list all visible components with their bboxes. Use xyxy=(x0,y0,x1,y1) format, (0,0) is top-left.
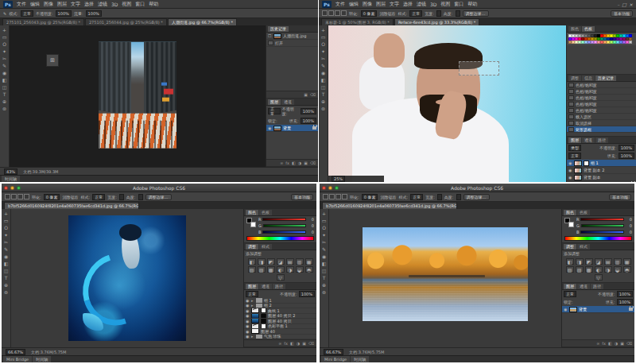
menu-view[interactable]: 视图 xyxy=(440,1,450,8)
maximize-button[interactable]: □ xyxy=(622,2,626,7)
move-tool-icon[interactable]: + xyxy=(320,27,328,33)
canvas-area[interactable]: ⊞ xyxy=(10,25,266,167)
opacity-input[interactable]: 100% xyxy=(619,145,634,151)
menu-type[interactable]: 文字 xyxy=(390,1,399,8)
history-snapshot[interactable]: ☐ 人潮街道.jpg xyxy=(266,33,318,40)
menu-edit[interactable]: 编辑 xyxy=(30,1,40,8)
feather-input[interactable]: 0 像素 xyxy=(361,10,378,17)
adjustment-icon[interactable]: ▦ xyxy=(623,258,631,265)
visibility-eye-icon[interactable]: ◉ xyxy=(246,298,250,303)
color-spectrum-ramp[interactable] xyxy=(246,236,314,241)
menu-image[interactable]: 图像 xyxy=(363,1,372,8)
adjustment-icon[interactable]: ▽ xyxy=(595,274,603,281)
red-slider[interactable]: R0 xyxy=(574,216,634,223)
brush-tool-icon[interactable]: ◉ xyxy=(320,70,328,76)
menu-image[interactable]: 图像 xyxy=(44,1,53,8)
blend-mode-select[interactable]: 正常 xyxy=(246,291,258,297)
adjustment-icon[interactable]: ◑ xyxy=(298,161,301,165)
expand-icon[interactable]: ▸ xyxy=(251,304,254,308)
adjustments-panel-tab[interactable]: 调整 xyxy=(564,244,576,250)
opacity-input[interactable]: 100% xyxy=(299,291,315,297)
visibility-eye-icon[interactable]: ◉ xyxy=(246,304,250,308)
color-swatch[interactable] xyxy=(629,41,632,44)
adjustment-icon[interactable]: ▨ xyxy=(258,266,266,273)
zoom-level[interactable]: 25% xyxy=(332,176,345,182)
document-tab[interactable]: 未标题-1 @ 50%(图层 3, RGB/8) * xyxy=(321,18,394,25)
visibility-eye-icon[interactable]: ◉ xyxy=(568,161,572,165)
history-state[interactable]: 载入选区 xyxy=(567,114,636,120)
mask-icon[interactable]: ◧ xyxy=(292,161,296,165)
mode-select[interactable]: 正常 xyxy=(21,10,33,17)
minimize-button[interactable]: – xyxy=(617,2,619,7)
layer-row[interactable]: ◉ 组 1 xyxy=(567,160,636,167)
feather-input[interactable]: 0 像素 xyxy=(44,194,60,200)
move-tool-icon[interactable]: + xyxy=(320,211,328,217)
fill-input[interactable]: 100% xyxy=(619,153,634,159)
paths-panel-tab[interactable]: 路径 xyxy=(591,284,603,289)
blue-slider[interactable]: B0 xyxy=(574,229,634,235)
visibility-eye-icon[interactable]: ◉ xyxy=(246,308,250,313)
color-panel-tab[interactable]: 颜色 xyxy=(568,26,581,32)
eraser-tool-icon[interactable]: ◫ xyxy=(320,268,328,274)
mini-bridge-tab[interactable]: Mini Bridge xyxy=(321,356,350,362)
marquee-tool-icon[interactable]: ▭ xyxy=(320,218,328,224)
wand-tool-icon[interactable]: ✦ xyxy=(1,48,9,55)
channels-panel-tab[interactable]: 通道 xyxy=(259,284,272,289)
blend-mode-select[interactable]: 正常 xyxy=(564,291,576,297)
adjustment-icon[interactable]: ▩ xyxy=(585,266,593,273)
opacity-input[interactable]: 100% xyxy=(56,10,72,17)
blue-slider[interactable]: B0 xyxy=(256,229,316,235)
stamp-tool-icon[interactable]: ◧ xyxy=(1,77,9,83)
menu-window[interactable]: 窗口 xyxy=(135,1,145,8)
adjustment-icon[interactable]: ▤ xyxy=(286,258,294,265)
marquee-tool-icon[interactable]: ▭ xyxy=(1,34,9,41)
history-state[interactable]: 打开 xyxy=(266,40,318,47)
fx-icon[interactable]: fx xyxy=(602,341,606,346)
flow-input[interactable]: 100% xyxy=(86,10,102,17)
zoom-tool-icon[interactable]: ⊕ xyxy=(320,99,328,105)
lasso-tool-icon[interactable]: O xyxy=(2,225,10,231)
adjustment-icon[interactable]: ◧ xyxy=(248,258,256,265)
menu-view[interactable]: 视图 xyxy=(122,1,131,8)
feather-input[interactable]: 0 像素 xyxy=(362,194,378,200)
channels-panel-tab[interactable]: 通道 xyxy=(582,137,595,143)
antialias-checkbox[interactable]: 消除锯齿 xyxy=(62,195,78,199)
visibility-eye-icon[interactable]: ◉ xyxy=(568,168,572,172)
refine-edge-button[interactable]: 调整边缘… xyxy=(463,194,490,200)
crop-tool-icon[interactable]: ✂ xyxy=(320,56,328,62)
color-panel-tab[interactable]: 颜色 xyxy=(564,210,576,215)
pen-tool-icon[interactable]: ✎ xyxy=(320,63,328,69)
adjustment-icon[interactable]: ◪ xyxy=(277,258,285,265)
adjustment-icon[interactable]: ◪ xyxy=(595,258,603,265)
add-selection-icon[interactable] xyxy=(328,10,334,16)
subtract-selection-icon[interactable] xyxy=(17,194,23,199)
adjustment-icon[interactable]: ▧ xyxy=(566,266,574,273)
adjustment-icon[interactable]: ◓ xyxy=(305,266,313,273)
visibility-eye-icon[interactable]: ◉ xyxy=(568,175,572,180)
wand-tool-icon[interactable]: ✦ xyxy=(320,232,328,238)
adjustment-icon[interactable]: ▽ xyxy=(277,274,285,281)
close-button[interactable]: × xyxy=(629,2,633,7)
refine-edge-button[interactable]: 调整边缘… xyxy=(145,194,172,200)
intersect-selection-icon[interactable] xyxy=(341,10,347,16)
width-input[interactable] xyxy=(119,194,124,200)
layers-panel-tab[interactable]: 图层 xyxy=(268,99,281,105)
swatches-panel-tab[interactable]: 色板 xyxy=(582,26,595,32)
hand-tool-icon[interactable]: ⊛ xyxy=(1,106,9,112)
adjustment-icon[interactable]: ▤ xyxy=(604,258,612,265)
layers-panel-tab[interactable]: 图层 xyxy=(564,284,576,289)
menu-layer[interactable]: 图层 xyxy=(376,1,386,8)
workspace-select[interactable]: 基本功能 xyxy=(609,194,631,200)
history-panel-tab[interactable]: 历史记录 xyxy=(268,26,289,32)
eraser-tool-icon[interactable]: ◫ xyxy=(320,84,328,91)
document-tab-active[interactable]: b7bf5266d0160924f8201e4a060735fae6cd341d… xyxy=(322,202,457,209)
swatches-panel-tab[interactable]: 色板 xyxy=(259,210,272,215)
canvas-area[interactable]: 25% xyxy=(328,25,566,182)
visibility-eye-icon[interactable]: ◉ xyxy=(246,335,250,339)
zoom-level[interactable]: 66.67% xyxy=(324,349,343,355)
text-tool-icon[interactable]: T xyxy=(1,91,9,98)
link-icon[interactable]: ∞ xyxy=(596,341,599,346)
layer-mask[interactable] xyxy=(584,161,589,166)
fx-icon[interactable]: fx xyxy=(285,161,289,165)
history-state[interactable]: 色相/饱和度 xyxy=(567,107,636,114)
